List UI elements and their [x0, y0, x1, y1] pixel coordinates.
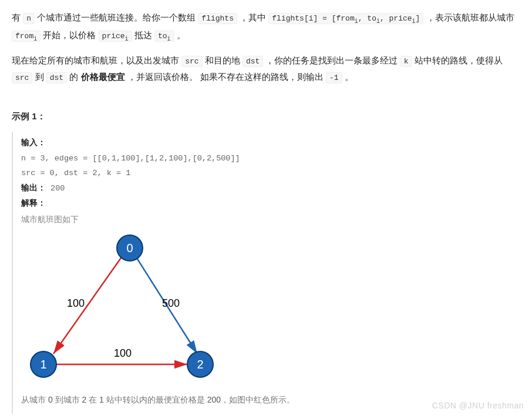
node-2-label: 2 [197, 358, 203, 371]
code-k: k [400, 56, 412, 67]
explain-text: 城市航班图如下 [21, 212, 520, 227]
code-neg1: -1 [326, 72, 342, 83]
input-label: 输入： [21, 139, 46, 148]
input-line-2: src = 0, dst = 2, k = 1 [21, 169, 130, 177]
explain-label: 解释： [21, 199, 46, 208]
code-dst-2: dst [46, 72, 67, 83]
graph-diagram: 100 100 500 0 1 2 [21, 230, 520, 388]
code-n: n [23, 13, 35, 24]
code-to-i: toi [154, 31, 174, 42]
output-label: 输出： [21, 184, 46, 193]
code-flights: flights [198, 13, 237, 24]
edge-label-02: 500 [162, 297, 180, 309]
paragraph-2: 现在给定所有的城市和航班，以及出发城市 src 和目的地 dst ，你的任务是找… [12, 52, 520, 85]
paragraph-1: 有 n 个城市通过一些航班连接。给你一个数组 flights ，其中 fligh… [12, 9, 520, 44]
node-1-label: 1 [40, 358, 46, 371]
code-src-2: src [12, 72, 32, 83]
code-price-i: pricei [99, 31, 132, 42]
edge-label-12: 100 [114, 347, 132, 359]
output-value: 200 [50, 184, 65, 193]
example-block: 输入： n = 3, edges = [[0,1,100],[1,2,100],… [12, 132, 520, 414]
node-0-label: 0 [126, 242, 133, 254]
edge-0-1 [53, 256, 122, 354]
bold-cheapest: 价格最便宜 [81, 72, 125, 82]
example-heading: 示例 1： [12, 108, 520, 124]
example-caption: 从城市 0 到城市 2 在 1 站中转以内的最便宜价格是 200，如图中红色所示… [21, 393, 520, 407]
edge-label-01: 100 [67, 297, 85, 309]
code-from-i: fromi [12, 31, 41, 42]
code-flights-i: flights[i] = [fromi, toi, pricei] [268, 13, 423, 24]
input-line-1: n = 3, edges = [[0,1,100],[1,2,100],[0,2… [21, 154, 240, 163]
code-src: src [181, 56, 202, 67]
code-dst: dst [243, 56, 263, 67]
